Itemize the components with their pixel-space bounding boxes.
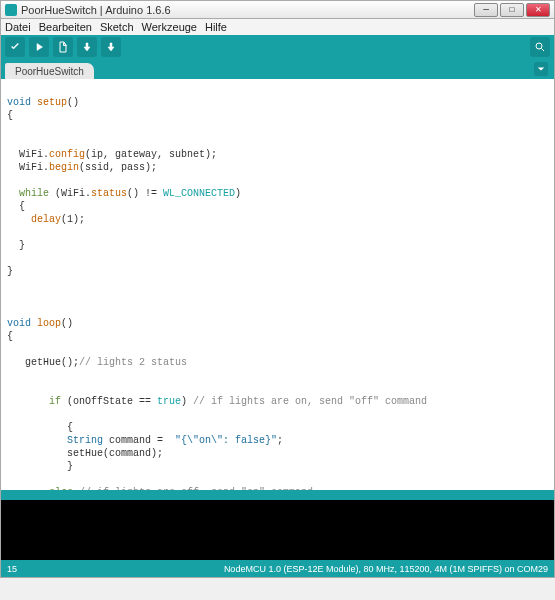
maximize-button[interactable]: □ xyxy=(500,3,524,17)
status-line-number: 15 xyxy=(7,564,224,574)
menu-file[interactable]: Datei xyxy=(5,21,31,33)
open-button[interactable] xyxy=(77,37,97,57)
toolbar xyxy=(0,35,555,59)
code-token: setup xyxy=(37,97,67,108)
svg-point-0 xyxy=(536,43,542,49)
menu-help[interactable]: Hilfe xyxy=(205,21,227,33)
save-button[interactable] xyxy=(101,37,121,57)
console-output[interactable] xyxy=(0,500,555,560)
code-token: void xyxy=(7,97,31,108)
tab-bar: PoorHueSwitch xyxy=(0,59,555,79)
menu-edit[interactable]: Bearbeiten xyxy=(39,21,92,33)
verify-button[interactable] xyxy=(5,37,25,57)
message-area xyxy=(0,490,555,500)
window-title: PoorHueSwitch | Arduino 1.6.6 xyxy=(21,4,474,16)
window-controls: ─ □ ✕ xyxy=(474,3,550,17)
menu-tools[interactable]: Werkzeuge xyxy=(142,21,197,33)
tab-main-sketch[interactable]: PoorHueSwitch xyxy=(5,63,94,79)
app-icon xyxy=(5,4,17,16)
close-button[interactable]: ✕ xyxy=(526,3,550,17)
svg-line-1 xyxy=(542,49,545,52)
upload-button[interactable] xyxy=(29,37,49,57)
new-button[interactable] xyxy=(53,37,73,57)
menu-sketch[interactable]: Sketch xyxy=(100,21,134,33)
tab-menu-button[interactable] xyxy=(534,62,548,76)
window-titlebar: PoorHueSwitch | Arduino 1.6.6 ─ □ ✕ xyxy=(0,0,555,19)
status-bar: 15 NodeMCU 1.0 (ESP-12E Module), 80 MHz,… xyxy=(0,560,555,578)
code-editor[interactable]: void setup() { WiFi.config(ip, gateway, … xyxy=(0,79,555,490)
status-board-info: NodeMCU 1.0 (ESP-12E Module), 80 MHz, 11… xyxy=(224,564,548,574)
minimize-button[interactable]: ─ xyxy=(474,3,498,17)
serial-monitor-button[interactable] xyxy=(530,37,550,57)
menu-bar: Datei Bearbeiten Sketch Werkzeuge Hilfe xyxy=(0,19,555,35)
